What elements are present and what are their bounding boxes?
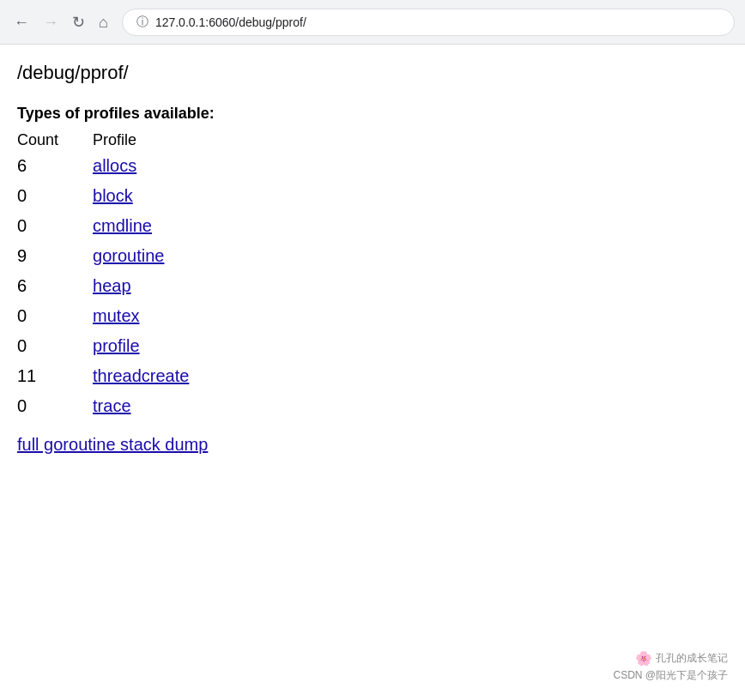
- profile-name: allocs: [93, 151, 189, 181]
- address-bar[interactable]: ⓘ 127.0.0.1:6060/debug/pprof/: [122, 9, 735, 36]
- profile-link-cmdline[interactable]: cmdline: [93, 216, 152, 235]
- url-text: 127.0.0.1:6060/debug/pprof/: [155, 15, 306, 29]
- table-row: 11threadcreate: [17, 361, 189, 391]
- profile-count: 6: [17, 151, 93, 181]
- count-header: Count: [17, 130, 93, 151]
- profile-name: trace: [93, 391, 189, 421]
- profile-header: Profile: [93, 130, 189, 151]
- profile-count: 0: [17, 181, 93, 211]
- profile-link-profile[interactable]: profile: [93, 336, 139, 355]
- browser-chrome: ← → ↻ ⌂ ⓘ 127.0.0.1:6060/debug/pprof/: [0, 0, 745, 45]
- nav-buttons: ← → ↻ ⌂: [10, 11, 112, 33]
- profile-link-threadcreate[interactable]: threadcreate: [93, 366, 189, 385]
- profile-link-heap[interactable]: heap: [93, 276, 131, 295]
- profiles-table: Count Profile 6allocs0block0cmdline9goro…: [17, 130, 189, 421]
- profile-name: threadcreate: [93, 361, 189, 391]
- table-row: 6heap: [17, 271, 189, 301]
- profile-count: 11: [17, 361, 93, 391]
- profile-name: cmdline: [93, 211, 189, 241]
- home-button[interactable]: ⌂: [95, 11, 112, 33]
- info-icon: ⓘ: [136, 15, 148, 30]
- table-row: 0mutex: [17, 301, 189, 331]
- section-title: Types of profiles available:: [17, 105, 728, 123]
- profile-count: 0: [17, 301, 93, 331]
- table-row: 0block: [17, 181, 189, 211]
- watermark-icon: 🌸: [635, 650, 652, 667]
- profile-count: 6: [17, 271, 93, 301]
- watermark: 🌸 孔孔的成长笔记 CSDN @阳光下是个孩子: [613, 650, 728, 683]
- profile-count: 0: [17, 391, 93, 421]
- forward-button[interactable]: →: [39, 11, 62, 33]
- back-button[interactable]: ←: [10, 11, 33, 33]
- table-row: 9goroutine: [17, 241, 189, 271]
- profile-name: block: [93, 181, 189, 211]
- table-row: 0cmdline: [17, 211, 189, 241]
- table-header-row: Count Profile: [17, 130, 189, 151]
- profile-count: 0: [17, 211, 93, 241]
- profile-link-block[interactable]: block: [93, 186, 133, 205]
- table-row: 0profile: [17, 331, 189, 361]
- profile-link-mutex[interactable]: mutex: [93, 306, 139, 325]
- profile-name: goroutine: [93, 241, 189, 271]
- watermark-line1: 孔孔的成长笔记: [656, 651, 728, 666]
- full-goroutine-link[interactable]: full goroutine stack dump: [17, 435, 208, 454]
- page-title: /debug/pprof/: [17, 62, 728, 84]
- refresh-button[interactable]: ↻: [69, 11, 88, 33]
- profile-name: profile: [93, 331, 189, 361]
- table-row: 0trace: [17, 391, 189, 421]
- profile-name: heap: [93, 271, 189, 301]
- profile-link-goroutine[interactable]: goroutine: [93, 246, 164, 265]
- profile-link-trace[interactable]: trace: [93, 396, 130, 415]
- profile-count: 0: [17, 331, 93, 361]
- full-goroutine-link-container: full goroutine stack dump: [17, 435, 728, 455]
- profile-name: mutex: [93, 301, 189, 331]
- profile-count: 9: [17, 241, 93, 271]
- table-row: 6allocs: [17, 151, 189, 181]
- profile-link-allocs[interactable]: allocs: [93, 156, 136, 175]
- watermark-line2: CSDN @阳光下是个孩子: [613, 668, 728, 683]
- watermark-logo: 🌸 孔孔的成长笔记: [613, 650, 728, 667]
- page-content: /debug/pprof/ Types of profiles availabl…: [0, 45, 745, 472]
